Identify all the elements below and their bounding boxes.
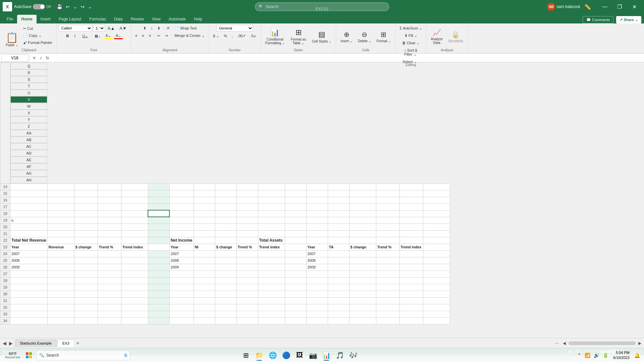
cell-AB16[interactable] [285, 197, 306, 203]
cell-Y20[interactable] [215, 224, 236, 230]
formula-input[interactable] [52, 56, 643, 60]
cell-S21[interactable] [74, 230, 98, 237]
currency-button[interactable]: $ ⌄ [211, 33, 221, 39]
cell-Z17[interactable] [236, 203, 258, 210]
cell-Z15[interactable] [236, 190, 258, 197]
horizontal-scrollbar[interactable] [569, 342, 636, 345]
cell-W34[interactable] [169, 317, 194, 324]
align-center-button[interactable]: ≡ [140, 32, 146, 39]
cell-AG30[interactable] [399, 291, 423, 297]
cell-AC31[interactable] [306, 297, 328, 304]
number-format-selector[interactable]: General [216, 25, 253, 32]
cell-X27[interactable] [194, 270, 215, 277]
fill-color-button[interactable]: A⌄ [104, 33, 113, 39]
italic-button[interactable]: I [72, 33, 79, 39]
cell-AB34[interactable] [285, 317, 306, 324]
cell-T32[interactable] [98, 304, 121, 311]
cell-V31[interactable] [148, 297, 169, 304]
cell-S25[interactable] [74, 257, 98, 264]
taskbar-file-explorer[interactable]: 📁 [253, 349, 265, 361]
cell-AD29[interactable] [328, 284, 349, 291]
cell-Q23[interactable]: Year [10, 244, 48, 250]
cell-AG21[interactable] [399, 230, 423, 237]
merge-center-button[interactable]: Merge & Center ⌄ [172, 32, 207, 39]
percent-button[interactable]: % [222, 33, 229, 39]
col-T[interactable]: T [10, 83, 47, 89]
row-header-29[interactable]: 29 [0, 284, 10, 291]
cell-T25[interactable] [98, 257, 121, 264]
clock[interactable]: 5:04 PM 6/19/2023 [611, 350, 632, 361]
cell-R27[interactable] [47, 270, 74, 277]
cell-AH19[interactable] [423, 217, 450, 224]
cell-Z20[interactable] [236, 224, 258, 230]
col-AB[interactable]: AB [10, 136, 47, 143]
cell-AC18[interactable] [306, 210, 328, 217]
col-Z[interactable]: Z [10, 123, 47, 130]
borders-button[interactable]: ▦⌄ [93, 33, 103, 39]
cell-R34[interactable] [47, 317, 74, 324]
cell-X22[interactable] [194, 237, 215, 244]
cell-AE20[interactable] [349, 224, 376, 230]
col-Q[interactable]: Q [10, 63, 47, 69]
cell-X21[interactable] [194, 230, 215, 237]
cell-AC15[interactable] [306, 190, 328, 197]
cell-AD31[interactable] [328, 297, 349, 304]
col-AE[interactable]: AE [10, 157, 47, 163]
cell-Z34[interactable] [236, 317, 258, 324]
cell-Z23[interactable]: Trend % [236, 244, 258, 250]
cell-U22[interactable] [121, 237, 148, 244]
cell-AC20[interactable] [306, 224, 328, 230]
cell-X29[interactable] [194, 284, 215, 291]
cell-AH27[interactable] [423, 270, 450, 277]
cell-AF23[interactable]: Trend % [376, 244, 399, 250]
tray-arrow[interactable]: ⌃ [576, 351, 583, 359]
cell-AG16[interactable] [399, 197, 423, 203]
cell-T16[interactable] [98, 197, 121, 203]
tab-formulas[interactable]: Formulas [85, 15, 110, 23]
cell-U33[interactable] [121, 311, 148, 317]
cell-Z25[interactable] [236, 257, 258, 264]
col-V[interactable]: V [10, 96, 47, 103]
cell-AD34[interactable] [328, 317, 349, 324]
pen-icon[interactable]: ✏️ [583, 3, 592, 11]
cell-W27[interactable] [169, 270, 194, 277]
cell-Y31[interactable] [215, 297, 236, 304]
row-header-25[interactable]: 25 [0, 257, 10, 264]
col-AA[interactable]: AA [10, 130, 47, 136]
cell-styles-button[interactable]: ▤ Cell Styles ⌄ [310, 25, 334, 48]
cell-AC22[interactable] [306, 237, 328, 244]
sort-filter-button[interactable]: ↕ Sort &Filter ⌄ [402, 49, 419, 56]
cell-V34[interactable] [148, 317, 169, 324]
cell-S22[interactable] [74, 237, 98, 244]
cell-AH29[interactable] [423, 284, 450, 291]
cell-AC23[interactable]: Year [306, 244, 328, 250]
cell-AA24[interactable] [258, 250, 285, 257]
cell-AC26[interactable]: 2009 [306, 264, 328, 270]
cell-W29[interactable] [169, 284, 194, 291]
taskbar-gallery[interactable]: 🖼 [293, 349, 306, 361]
format-button[interactable]: ⊞ Format ⌄ [374, 25, 393, 48]
cell-Q20[interactable] [10, 224, 48, 230]
cell-AF18[interactable] [376, 210, 399, 217]
row-header-26[interactable]: 26 [0, 264, 10, 270]
col-W[interactable]: W [10, 103, 47, 110]
cell-T15[interactable] [98, 190, 121, 197]
cell-T19[interactable] [98, 217, 121, 224]
cell-AH33[interactable] [423, 311, 450, 317]
cell-AG19[interactable] [399, 217, 423, 224]
checkmark-icon[interactable]: ✓ [38, 55, 44, 61]
cell-V16[interactable] [148, 197, 169, 203]
cell-T23[interactable]: Trend % [98, 244, 121, 250]
cell-AB27[interactable] [285, 270, 306, 277]
font-color-button[interactable]: A⌄ [114, 33, 123, 39]
cell-AE33[interactable] [349, 311, 376, 317]
cell-R19[interactable] [47, 217, 74, 224]
cell-AD18[interactable] [328, 210, 349, 217]
tab-automate[interactable]: Automate [165, 15, 190, 23]
cell-AC34[interactable] [306, 317, 328, 324]
cell-AH20[interactable] [423, 224, 450, 230]
cell-name-box[interactable] [1, 54, 28, 62]
cell-S14[interactable] [74, 183, 98, 190]
cell-AE22[interactable] [349, 237, 376, 244]
decrease-font-button[interactable]: A▼ [117, 25, 129, 32]
